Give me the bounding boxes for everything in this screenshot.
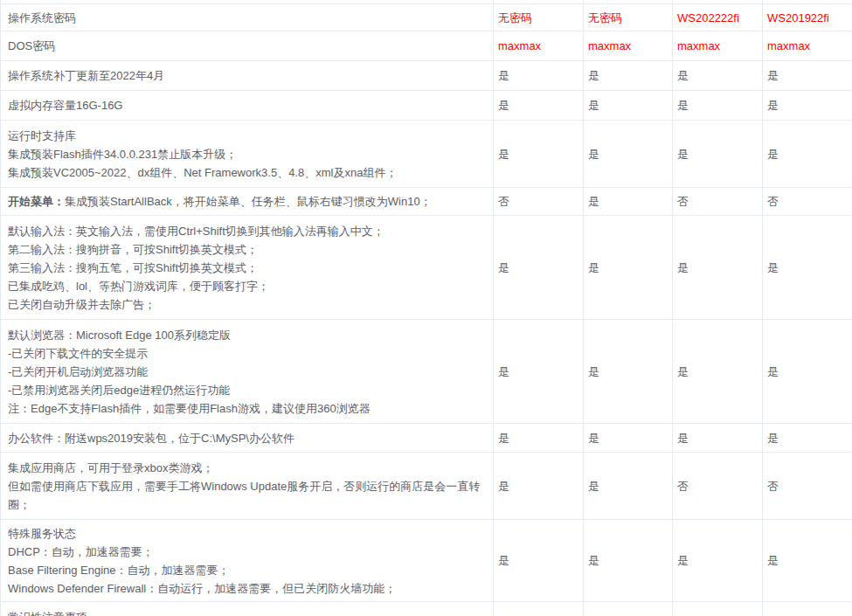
value-cell: 是 <box>763 91 852 121</box>
value-cell: 是 <box>584 320 673 424</box>
value-cell: maxmax <box>673 31 763 61</box>
table-row: 默认浏览器：Microsoft Edge 100系列稳定版 -已关闭下载文件的安… <box>1 320 852 424</box>
value-cell: 否 <box>763 188 852 216</box>
value-cell: 是 <box>494 121 584 188</box>
spec-label-cell: 开始菜单：集成预装StartAllBack，将开始菜单、任务栏、鼠标右键习惯改为… <box>1 188 494 216</box>
table-row: 操作系统补丁更新至2022年4月 是 是 是 是 <box>1 61 852 91</box>
table-row: DOS密码 maxmax maxmax maxmax maxmax <box>1 31 852 61</box>
spec-label-cell: DOS密码 <box>1 31 494 61</box>
value-cell: maxmax <box>584 31 673 61</box>
value-cell: 是 <box>494 216 584 320</box>
table-row: 运行时支持库 集成预装Flash插件34.0.0.231禁止版本升级； 集成预装… <box>1 121 852 188</box>
value-cell: 是 <box>673 602 763 616</box>
spec-label-cell: 操作系统补丁更新至2022年4月 <box>1 61 494 91</box>
table-row: 常识性注意事项 计算机名必须是字母+数字组合比如PC001。不能纯数字，比如00… <box>1 602 852 616</box>
value-cell: 是 <box>763 320 852 424</box>
value-cell: 是 <box>494 602 584 616</box>
table-row: 特殊服务状态 DHCP：自动，加速器需要； Base Filtering Eng… <box>1 520 852 602</box>
value-cell: maxmax <box>763 31 852 61</box>
value-cell: 是 <box>673 216 763 320</box>
spec-label-cell: 虚拟内存容量16G-16G <box>1 91 494 121</box>
value-cell: WS201922fi <box>763 4 852 31</box>
spec-label-cell: 默认输入法：英文输入法，需使用Ctrl+Shift切换到其他输入法再输入中文； … <box>1 216 494 320</box>
value-cell: 是 <box>763 121 852 188</box>
spec-label-text: 集成预装StartAllBack，将开始菜单、任务栏、鼠标右键习惯改为Win10… <box>65 195 432 208</box>
value-cell: 无密码 <box>494 4 584 31</box>
value-cell: WS202222fi <box>673 4 763 31</box>
value-cell: 是 <box>673 61 763 91</box>
value-cell: 是 <box>673 320 763 424</box>
value-cell: 是 <box>763 602 852 616</box>
value-cell: 是 <box>584 216 673 320</box>
value-cell: 是 <box>584 188 673 216</box>
value-cell: 是 <box>494 453 584 520</box>
value-cell: 是 <box>494 91 584 121</box>
value-cell: 否 <box>673 453 763 520</box>
value-cell: 是 <box>763 61 852 91</box>
spec-label-cell: 常识性注意事项 计算机名必须是字母+数字组合比如PC001。不能纯数字，比如00… <box>1 602 494 616</box>
table-row: 集成应用商店，可用于登录xbox类游戏； 但如需使用商店下载应用，需要手工将Wi… <box>1 453 852 520</box>
value-cell: 是 <box>494 61 584 91</box>
spec-label-bold-prefix: 开始菜单： <box>8 195 65 208</box>
value-cell: 是 <box>763 520 852 602</box>
table-row: 默认输入法：英文输入法，需使用Ctrl+Shift切换到其他输入法再输入中文； … <box>1 216 852 320</box>
spec-label-cell: 办公软件：附送wps2019安装包，位于C:\MySP\办公软件 <box>1 424 494 453</box>
value-cell: 无密码 <box>584 4 673 31</box>
table-row: 办公软件：附送wps2019安装包，位于C:\MySP\办公软件 是 是 是 是 <box>1 424 852 453</box>
table-row: 开始菜单：集成预装StartAllBack，将开始菜单、任务栏、鼠标右键习惯改为… <box>1 188 852 216</box>
value-cell: 是 <box>673 91 763 121</box>
spec-comparison-table: 操作系统密码 无密码 无密码 WS202222fi WS201922fi DOS… <box>0 0 852 616</box>
value-cell: 是 <box>494 424 584 453</box>
value-cell: 是 <box>584 424 673 453</box>
value-cell: 是 <box>584 61 673 91</box>
value-cell: 是 <box>584 453 673 520</box>
value-cell: 是 <box>763 216 852 320</box>
spec-label-cell: 默认浏览器：Microsoft Edge 100系列稳定版 -已关闭下载文件的安… <box>1 320 494 424</box>
value-cell: 否 <box>673 188 763 216</box>
table-row: 虚拟内存容量16G-16G 是 是 是 是 <box>1 91 852 121</box>
spec-label-cell: 集成应用商店，可用于登录xbox类游戏； 但如需使用商店下载应用，需要手工将Wi… <box>1 453 494 520</box>
spec-label-cell: 操作系统密码 <box>1 4 494 31</box>
spec-label-cell: 特殊服务状态 DHCP：自动，加速器需要； Base Filtering Eng… <box>1 520 494 602</box>
spec-label-cell: 运行时支持库 集成预装Flash插件34.0.0.231禁止版本升级； 集成预装… <box>1 121 494 188</box>
value-cell: 是 <box>584 91 673 121</box>
table-row: 操作系统密码 无密码 无密码 WS202222fi WS201922fi <box>1 4 852 31</box>
value-cell: 是 <box>763 424 852 453</box>
value-cell: 否 <box>763 453 852 520</box>
value-cell: 是 <box>673 424 763 453</box>
value-cell: 是 <box>494 520 584 602</box>
value-cell: 是 <box>494 320 584 424</box>
value-cell: 否 <box>494 188 584 216</box>
value-cell: 是 <box>673 121 763 188</box>
value-cell: 是 <box>673 520 763 602</box>
value-cell: 是 <box>584 520 673 602</box>
value-cell: maxmax <box>494 31 584 61</box>
value-cell: 是 <box>584 602 673 616</box>
value-cell: 是 <box>584 121 673 188</box>
